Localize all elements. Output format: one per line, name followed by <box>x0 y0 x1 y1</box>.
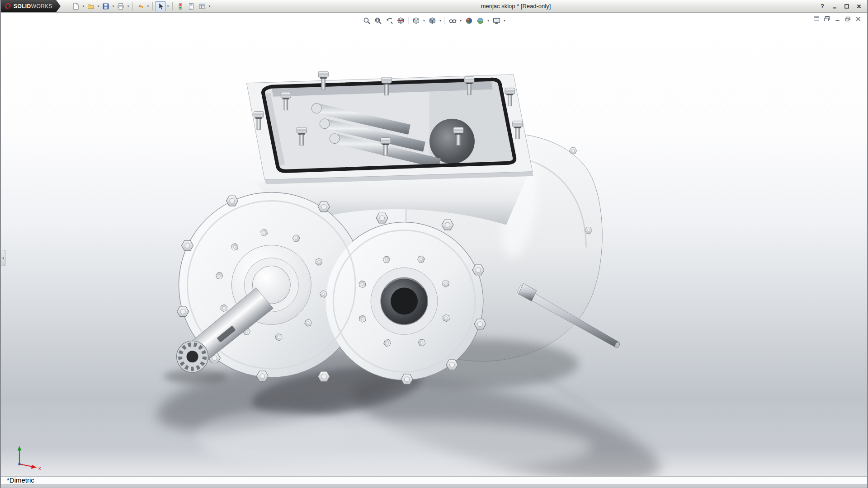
x-axis-arrow <box>31 465 37 469</box>
view-orientation-button[interactable] <box>411 16 421 26</box>
display-style-button[interactable] <box>427 16 438 26</box>
print-button[interactable] <box>115 1 126 11</box>
brand-text: SOLIDWORKS <box>14 3 52 9</box>
print-dropdown[interactable]: ▾ <box>126 5 130 8</box>
apply-scene-dropdown[interactable]: ▾ <box>486 19 491 23</box>
window-controls: ? <box>818 0 863 12</box>
save-dropdown[interactable]: ▾ <box>111 5 115 8</box>
save-button[interactable] <box>100 1 111 11</box>
open-document-dropdown[interactable]: ▾ <box>96 5 100 8</box>
previous-view-button[interactable] <box>384 16 395 26</box>
headsup-view-toolbar: ▾ ▾ ▾ ▾ ▾ <box>359 15 509 27</box>
restore-document-button[interactable] <box>844 15 852 23</box>
view-orientation-label: *Dimetric <box>1 477 34 484</box>
featuremanager-collapse-tab[interactable]: ◂ <box>1 250 5 266</box>
view-settings-button[interactable] <box>491 16 502 26</box>
hide-show-items-dropdown[interactable]: ▾ <box>459 19 463 23</box>
solidworks-brand: SOLIDWORKS <box>1 0 61 12</box>
child-window-b-icon[interactable] <box>823 15 831 23</box>
dassault-systemes-logo-icon <box>5 3 11 9</box>
top-cover <box>246 67 542 184</box>
hide-show-items-button[interactable] <box>448 16 458 26</box>
maximize-button[interactable] <box>842 2 851 10</box>
rebuild-stoplight-button[interactable] <box>175 1 186 11</box>
headsup-separator <box>408 17 409 24</box>
z-axis-dot <box>18 463 20 465</box>
output-hub <box>371 267 438 334</box>
status-bar: *Dimetric <box>1 476 867 484</box>
options-button[interactable] <box>197 1 208 11</box>
toolbar-separator <box>172 2 173 10</box>
edit-appearance-button[interactable] <box>464 16 474 26</box>
apply-scene-button[interactable] <box>475 16 486 26</box>
solidworks-window: SOLIDWORKS ▾ ▾ ▾ ▾ ▾ ▾ <box>0 0 868 488</box>
minimize-button[interactable] <box>830 2 839 10</box>
view-orientation-dropdown[interactable]: ▾ <box>422 19 426 23</box>
display-style-dropdown[interactable]: ▾ <box>439 19 443 23</box>
new-document-button[interactable] <box>71 1 81 11</box>
document-window-controls <box>812 15 863 23</box>
open-document-button[interactable] <box>85 1 96 11</box>
minimize-document-button[interactable] <box>833 15 842 23</box>
model-3d-view[interactable] <box>1 13 867 476</box>
close-button[interactable] <box>854 2 863 10</box>
child-window-a-icon[interactable] <box>812 15 821 23</box>
titlebar: SOLIDWORKS ▾ ▾ ▾ ▾ ▾ ▾ <box>1 0 867 13</box>
select-button[interactable] <box>155 1 166 11</box>
toolbar-separator <box>152 2 153 10</box>
section-view-button[interactable] <box>396 16 406 26</box>
reference-triad[interactable]: x <box>12 444 45 472</box>
zoom-to-fit-button[interactable] <box>362 16 372 26</box>
x-axis-label: x <box>38 465 41 471</box>
undo-button[interactable] <box>135 1 146 11</box>
brand-bold: SOLID <box>14 3 31 9</box>
zoom-to-area-button[interactable] <box>373 16 383 26</box>
toolbar-separator <box>132 2 133 10</box>
brand-light: WORKS <box>31 3 52 9</box>
select-dropdown[interactable]: ▾ <box>166 5 170 8</box>
y-axis-arrow <box>18 446 22 450</box>
view-settings-dropdown[interactable]: ▾ <box>503 19 507 23</box>
window-title: menjac sklop * [Read-only] <box>481 3 551 9</box>
new-document-dropdown[interactable]: ▾ <box>81 5 85 8</box>
window-bottom-frame <box>1 484 867 488</box>
headsup-separator <box>445 17 445 24</box>
file-properties-button[interactable] <box>186 1 197 11</box>
close-document-button[interactable] <box>854 15 863 23</box>
undo-dropdown[interactable]: ▾ <box>146 5 150 8</box>
main-toolbar: ▾ ▾ ▾ ▾ ▾ ▾ <box>71 1 212 11</box>
options-dropdown[interactable]: ▾ <box>208 5 212 8</box>
help-button[interactable]: ? <box>818 2 827 10</box>
graphics-area[interactable]: ▾ ▾ ▾ ▾ ▾ <box>1 13 867 476</box>
